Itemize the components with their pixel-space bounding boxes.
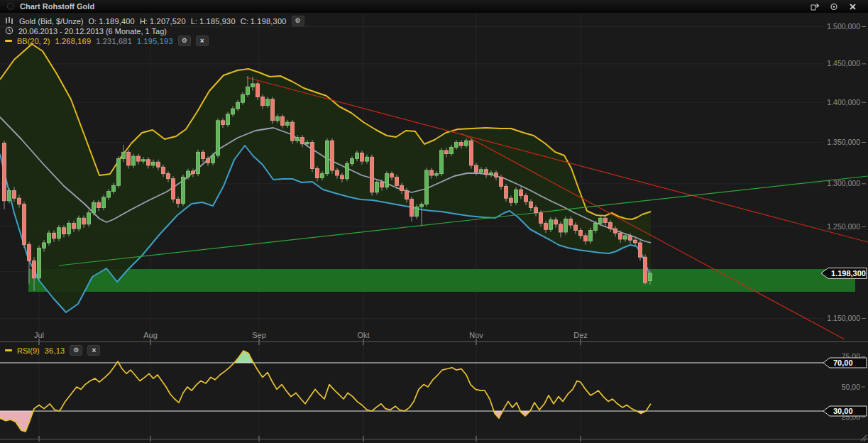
chart-window: Chart Rohstoff Gold 1.500,0001.450,0001.… — [0, 0, 868, 443]
low-value: 1.185,930 — [199, 17, 236, 26]
high-label: H: — [140, 17, 148, 26]
open-label: O: — [88, 17, 97, 26]
svg-text:1.150,000: 1.150,000 — [827, 314, 860, 322]
bb-lower-value: 1.195,193 — [137, 37, 173, 45]
rsi-remove-button[interactable]: × — [87, 345, 100, 356]
svg-text:50,00: 50,00 — [842, 383, 860, 391]
bb-remove-button[interactable]: × — [196, 35, 209, 46]
instrument-settings-button[interactable]: ⚙ — [292, 16, 304, 26]
bb-series-marker — [5, 40, 12, 42]
chart-canvas[interactable]: 1.500,0001.450,0001.400,0001.350,0001.30… — [0, 0, 868, 443]
svg-text:Jul: Jul — [34, 331, 44, 339]
bb-legend-row: BB(20, 2) 1.268,169 1.231,681 1.195,193 … — [5, 35, 209, 46]
bb-upper-value: 1.268,169 — [55, 37, 91, 45]
range-legend-row: 20.06.2013 - 20.12.2013 (6 Monate, 1 Tag… — [5, 26, 167, 36]
svg-text:1.350,000: 1.350,000 — [827, 138, 860, 146]
close-label: C: — [241, 17, 248, 26]
rsi-value: 36,13 — [45, 346, 65, 355]
rsi-name: RSI(9) — [17, 346, 40, 355]
instrument-legend-row: Gold (Bid, $/Unze) O: 1.189,400 H: 1.207… — [5, 16, 304, 26]
bars-icon — [5, 16, 14, 26]
open-value: 1.189,400 — [99, 17, 135, 26]
close-value: 1.198,300 — [251, 17, 287, 26]
svg-text:1.450,000: 1.450,000 — [827, 59, 860, 67]
svg-text:70,00: 70,00 — [833, 359, 853, 367]
low-label: L: — [191, 17, 197, 26]
bb-name: BB(20, 2) — [17, 37, 50, 45]
svg-text:1.198,300: 1.198,300 — [831, 269, 866, 278]
rsi-series-marker — [5, 349, 12, 351]
rsi-legend-row: RSI(9) 36,13 ⚙ × — [5, 345, 100, 356]
svg-text:1.300,000: 1.300,000 — [827, 179, 860, 187]
high-value: 1.207,520 — [150, 17, 186, 26]
clock-icon — [5, 26, 13, 36]
instrument-label: Gold (Bid, $/Unze) — [19, 17, 83, 26]
date-range: 20.06.2013 - 20.12.2013 (6 Monate, 1 Tag… — [18, 27, 167, 35]
svg-text:Sep: Sep — [252, 331, 266, 339]
bb-settings-button[interactable]: ⚙ — [178, 35, 191, 46]
svg-text:Okt: Okt — [357, 331, 369, 339]
svg-text:Nov: Nov — [469, 331, 483, 339]
svg-text:30,00: 30,00 — [833, 407, 853, 415]
svg-text:Aug: Aug — [143, 331, 158, 339]
bb-middle-value: 1.231,681 — [96, 37, 132, 45]
svg-text:Dez: Dez — [573, 331, 588, 339]
rsi-settings-button[interactable]: ⚙ — [70, 345, 82, 356]
svg-text:1.500,000: 1.500,000 — [827, 22, 860, 31]
svg-text:1.400,000: 1.400,000 — [827, 98, 860, 106]
svg-text:1.250,000: 1.250,000 — [827, 222, 860, 231]
